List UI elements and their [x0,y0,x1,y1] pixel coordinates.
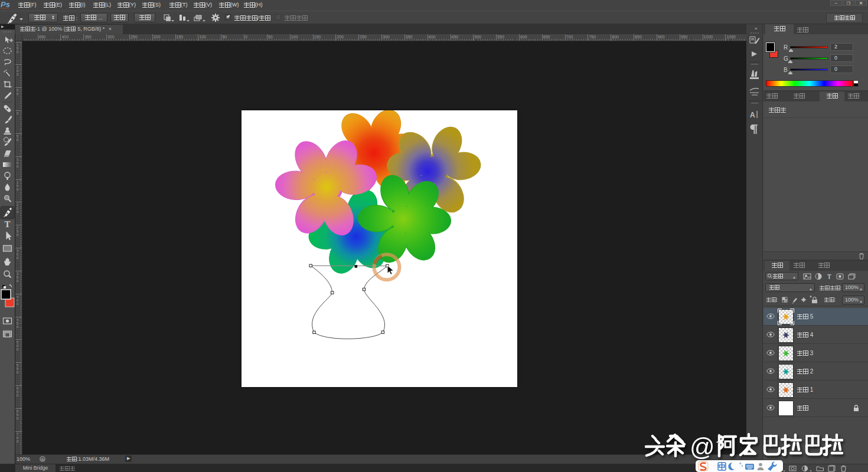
svg-text:T: T [827,273,831,280]
svg-text:°,: °, [739,461,743,467]
svg-text:T: T [4,219,10,229]
svg-text:A: A [750,111,755,119]
svg-text:@: @ [690,433,715,461]
